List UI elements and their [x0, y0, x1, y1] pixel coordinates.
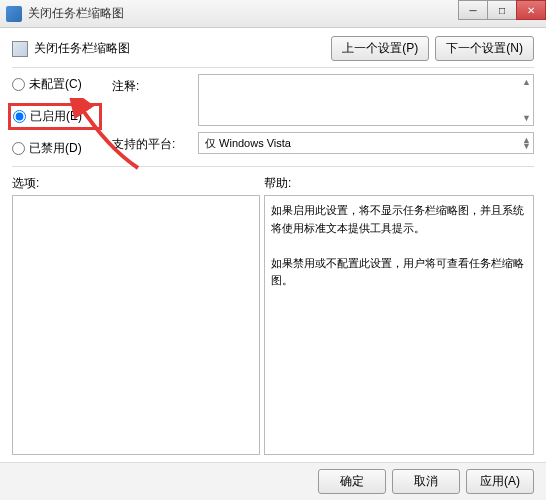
- radio-group: 未配置(C) 已启用(E) 已禁用(D): [12, 74, 102, 157]
- radio-not-configured-label: 未配置(C): [29, 76, 82, 93]
- radio-disabled[interactable]: 已禁用(D): [12, 140, 102, 157]
- minimize-button[interactable]: ─: [458, 0, 488, 20]
- cancel-button[interactable]: 取消: [392, 469, 460, 494]
- help-paragraph: 如果启用此设置，将不显示任务栏缩略图，并且系统将使用标准文本提供工具提示。: [271, 202, 527, 237]
- platform-field-row: 支持的平台: 仅 Windows Vista ▲ ▼: [112, 132, 534, 154]
- radio-enabled[interactable]: 已启用(E): [13, 108, 93, 125]
- options-label: 选项:: [12, 175, 264, 192]
- platform-label: 支持的平台:: [112, 132, 192, 153]
- radio-enabled-label: 已启用(E): [30, 108, 82, 125]
- options-pane: [12, 195, 260, 455]
- separator: [12, 166, 534, 167]
- previous-setting-button[interactable]: 上一个设置(P): [331, 36, 429, 61]
- radio-not-configured-input[interactable]: [12, 78, 25, 91]
- radio-enabled-input[interactable]: [13, 110, 26, 123]
- close-button[interactable]: ✕: [516, 0, 546, 20]
- help-label: 帮助:: [264, 175, 291, 192]
- maximize-button[interactable]: □: [487, 0, 517, 20]
- annotation-highlight: 已启用(E): [8, 103, 102, 130]
- policy-icon: [12, 41, 28, 57]
- config-row: 未配置(C) 已启用(E) 已禁用(D) 注释: ▲ ▼: [12, 74, 534, 160]
- panes-row: 如果启用此设置，将不显示任务栏缩略图，并且系统将使用标准文本提供工具提示。 如果…: [12, 195, 534, 455]
- dialog-content: 关闭任务栏缩略图 上一个设置(P) 下一个设置(N) 未配置(C) 已启用(E)…: [0, 28, 546, 463]
- ok-button[interactable]: 确定: [318, 469, 386, 494]
- help-paragraph: 如果禁用或不配置此设置，用户将可查看任务栏缩略图。: [271, 255, 527, 290]
- radio-not-configured[interactable]: 未配置(C): [12, 76, 102, 93]
- radio-disabled-label: 已禁用(D): [29, 140, 82, 157]
- dialog-footer: 确定 取消 应用(A): [0, 462, 546, 500]
- comment-field-row: 注释: ▲ ▼: [112, 74, 534, 126]
- platform-value: 仅 Windows Vista: [205, 137, 291, 149]
- scroll-up-icon[interactable]: ▲: [522, 77, 531, 87]
- apply-button[interactable]: 应用(A): [466, 469, 534, 494]
- scroll-down-icon[interactable]: ▼: [522, 141, 531, 151]
- app-icon: [6, 6, 22, 22]
- policy-title: 关闭任务栏缩略图: [34, 40, 130, 57]
- help-pane: 如果启用此设置，将不显示任务栏缩略图，并且系统将使用标准文本提供工具提示。 如果…: [264, 195, 534, 455]
- scroll-down-icon[interactable]: ▼: [522, 113, 531, 123]
- next-setting-button[interactable]: 下一个设置(N): [435, 36, 534, 61]
- header-row: 关闭任务栏缩略图 上一个设置(P) 下一个设置(N): [12, 36, 534, 61]
- comment-label: 注释:: [112, 74, 192, 95]
- pane-labels: 选项: 帮助:: [12, 175, 534, 192]
- title-bar: 关闭任务栏缩略图 ─ □ ✕: [0, 0, 546, 28]
- window-title: 关闭任务栏缩略图: [28, 5, 124, 22]
- comment-textarea[interactable]: ▲ ▼: [198, 74, 534, 126]
- window-controls: ─ □ ✕: [459, 0, 546, 20]
- radio-disabled-input[interactable]: [12, 142, 25, 155]
- platform-box: 仅 Windows Vista ▲ ▼: [198, 132, 534, 154]
- separator: [12, 67, 534, 68]
